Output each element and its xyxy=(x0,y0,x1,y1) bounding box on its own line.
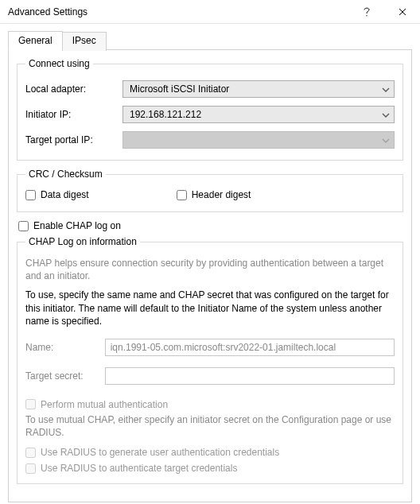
radius-generate-label: Use RADIUS to generate user authenticati… xyxy=(41,447,279,458)
radius-generate-checkbox: Use RADIUS to generate user authenticati… xyxy=(25,447,395,458)
enable-chap-checkbox[interactable]: Enable CHAP log on xyxy=(18,220,403,231)
group-crc-checksum: CRC / Checksum Data digest Header digest xyxy=(17,169,403,212)
close-button[interactable] xyxy=(384,0,420,24)
radius-auth-label: Use RADIUS to authenticate target creden… xyxy=(41,463,237,474)
mutual-auth-input xyxy=(25,399,36,409)
group-connect-legend: Connect using xyxy=(25,58,93,69)
local-adapter-label: Local adapter: xyxy=(25,83,122,95)
window-title: Advanced Settings xyxy=(8,6,348,17)
chap-help-text-2: To use, specify the same name and CHAP s… xyxy=(25,289,395,328)
target-portal-ip-label: Target portal IP: xyxy=(25,134,122,145)
initiator-ip-label: Initiator IP: xyxy=(25,109,122,120)
tab-general[interactable]: General xyxy=(8,31,63,50)
header-digest-checkbox[interactable]: Header digest xyxy=(177,189,251,200)
client-area: General IPsec Connect using Local adapte… xyxy=(0,24,420,504)
tab-ipsec[interactable]: IPsec xyxy=(62,32,107,51)
local-adapter-select[interactable]: Microsoft iSCSI Initiator xyxy=(122,80,395,98)
chap-name-field[interactable] xyxy=(105,339,395,356)
tab-panel-general: Connect using Local adapter: Microsoft i… xyxy=(8,50,412,502)
local-adapter-value: Microsoft iSCSI Initiator xyxy=(122,80,395,98)
group-crc-legend: CRC / Checksum xyxy=(25,169,106,180)
header-digest-input[interactable] xyxy=(177,190,187,200)
group-chap-logon: CHAP Log on information CHAP helps ensur… xyxy=(17,236,403,484)
mutual-auth-label: Perform mutual authentication xyxy=(41,399,168,410)
mutual-auth-checkbox: Perform mutual authentication xyxy=(25,399,395,410)
data-digest-checkbox[interactable]: Data digest xyxy=(25,189,89,200)
initiator-ip-select[interactable]: 192.168.121.212 xyxy=(122,106,395,123)
chap-help-text-1: CHAP helps ensure connection security by… xyxy=(25,257,395,282)
radius-auth-checkbox: Use RADIUS to authenticate target creden… xyxy=(25,463,395,474)
enable-chap-label: Enable CHAP log on xyxy=(33,220,121,231)
target-portal-ip-select[interactable] xyxy=(122,131,395,149)
chap-name-label: Name: xyxy=(25,342,105,353)
tab-strip: General IPsec xyxy=(8,30,412,50)
chap-secret-label: Target secret: xyxy=(25,370,105,382)
data-digest-input[interactable] xyxy=(25,190,36,200)
titlebar: Advanced Settings xyxy=(0,0,420,24)
target-portal-ip-value xyxy=(122,131,395,149)
radius-auth-input xyxy=(25,463,36,474)
data-digest-label: Data digest xyxy=(41,189,89,200)
enable-chap-input[interactable] xyxy=(18,221,29,231)
group-chap-legend: CHAP Log on information xyxy=(25,236,140,247)
help-button[interactable] xyxy=(348,0,384,24)
radius-generate-input xyxy=(25,448,36,458)
mutual-help-text: To use mutual CHAP, either specify an in… xyxy=(25,413,395,439)
initiator-ip-value: 192.168.121.212 xyxy=(122,106,395,123)
header-digest-label: Header digest xyxy=(192,189,251,200)
group-connect-using: Connect using Local adapter: Microsoft i… xyxy=(17,58,403,161)
chap-secret-field[interactable] xyxy=(105,367,395,385)
